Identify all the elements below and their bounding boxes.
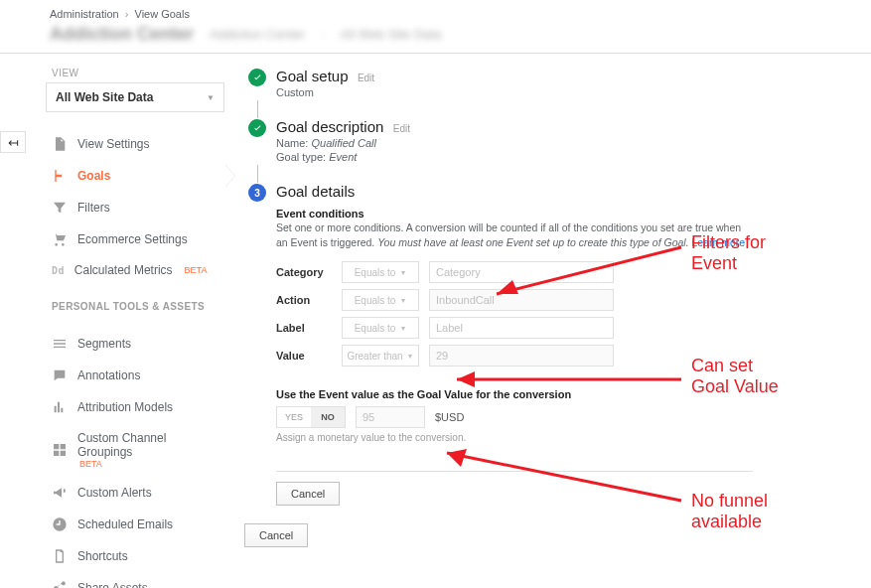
segments-icon (52, 336, 68, 352)
file-icon (52, 136, 68, 152)
step-details-title: Goal details (276, 183, 355, 200)
sidebar-item-label: Ecommerce Settings (77, 232, 188, 246)
breadcrumb: Administration › View Goals (0, 0, 871, 22)
sidebar-item-ecommerce[interactable]: Ecommerce Settings (46, 223, 224, 255)
sidebar-item-segments[interactable]: Segments (46, 328, 224, 360)
sidebar-section-header: PERSONAL TOOLS & ASSETS (52, 301, 224, 312)
sidebar-item-label: Segments (77, 337, 131, 351)
cond-label: Label (276, 322, 332, 334)
sidebar-item-custom-alerts[interactable]: Custom Alerts (46, 477, 224, 509)
sidebar-item-label: View Settings (77, 137, 150, 151)
step-desc-edit[interactable]: Edit (393, 123, 410, 134)
sidebar-item-goals[interactable]: Goals (46, 160, 224, 192)
goal-value-heading: Use the Event value as the Goal Value fo… (276, 388, 861, 400)
toggle-no[interactable]: NO (311, 407, 345, 427)
sidebar-item-filters[interactable]: Filters (46, 192, 224, 223)
cart-icon (52, 231, 68, 247)
beta-badge: BETA (79, 459, 218, 469)
main-content: Goal setup Edit Custom Goal description … (224, 54, 871, 547)
sidebar: VIEW All Web Site Data ▼ View Settings G… (38, 54, 224, 588)
chevron-down-icon: ▼ (399, 297, 406, 304)
funnel-icon (52, 200, 68, 216)
goal-value-toggle[interactable]: YES NO (276, 406, 346, 428)
chevron-down-icon: ▼ (399, 269, 406, 276)
cond-operator[interactable]: Equals to▼ (342, 317, 419, 339)
sidebar-item-label: Goals (77, 169, 110, 183)
chevron-down-icon: ▼ (399, 325, 406, 332)
step-desc-type: Goal type: Event (276, 151, 861, 163)
step-setup-title: Goal setup (276, 68, 349, 84)
cond-value-input[interactable] (429, 289, 614, 311)
cond-label: Category (276, 266, 332, 278)
speech-icon (52, 368, 68, 383)
sidebar-item-view-settings[interactable]: View Settings (46, 128, 224, 160)
cond-operator[interactable]: Equals to▼ (342, 261, 419, 283)
step-desc-title: Goal description (276, 118, 383, 135)
currency-label: $USD (435, 411, 464, 423)
sidebar-item-scheduled-emails[interactable]: Scheduled Emails (46, 509, 224, 540)
cond-operator[interactable]: Greater than▼ (342, 345, 419, 367)
chevron-down-icon: ▼ (207, 93, 215, 102)
check-icon (248, 119, 266, 137)
doc-icon (52, 548, 68, 564)
cond-value-input[interactable] (429, 261, 614, 283)
chevron-down-icon: ▼ (407, 353, 414, 360)
header-redacted: Addiction Center Addiction Center · All … (0, 22, 871, 53)
cond-label: Action (276, 294, 332, 306)
step-number-badge: 3 (248, 184, 266, 202)
view-label: VIEW (52, 68, 224, 78)
cond-row-category: Category Equals to▼ (276, 261, 614, 283)
step-setup-sub: Custom (276, 86, 861, 98)
sidebar-item-label: Attribution Models (77, 400, 173, 414)
sidebar-item-label: Filters (77, 201, 110, 215)
back-button[interactable]: ↤ (0, 131, 26, 153)
sidebar-item-attribution[interactable]: Attribution Models (46, 391, 224, 423)
calc-icon: Dd (52, 265, 65, 276)
cond-operator[interactable]: Equals to▼ (342, 289, 419, 311)
event-conditions-heading: Event conditions (276, 208, 861, 220)
back-arrow-icon: ↤ (8, 135, 19, 150)
sidebar-item-label: Custom Channel Groupings (77, 431, 218, 459)
megaphone-icon (52, 485, 68, 501)
step-desc-name: Name: Qualified Call (276, 137, 861, 149)
sidebar-item-label: Custom Alerts (77, 486, 152, 500)
bars-icon (52, 399, 68, 415)
breadcrumb-sep: › (125, 8, 129, 20)
event-conditions-text: Set one or more conditions. A conversion… (276, 220, 753, 249)
cond-row-action: Action Equals to▼ (276, 289, 614, 311)
sidebar-item-channel-groupings[interactable]: Custom Channel Groupings BETA (46, 423, 224, 477)
sidebar-item-share-assets[interactable]: Share Assets (46, 572, 224, 588)
goal-value-input[interactable] (356, 406, 425, 428)
cond-label: Value (276, 350, 332, 362)
cond-row-value: Value Greater than▼ (276, 345, 614, 367)
view-selector[interactable]: All Web Site Data ▼ (46, 82, 224, 112)
learn-more-link[interactable]: Learn more (692, 236, 746, 248)
clock-icon (52, 516, 68, 532)
cond-value-input[interactable] (429, 345, 614, 367)
sidebar-item-label: Annotations (77, 368, 140, 382)
cancel-button-inner[interactable]: Cancel (276, 482, 340, 506)
flag-icon (52, 168, 68, 184)
sidebar-item-label: Calculated Metrics (74, 263, 173, 277)
check-icon (248, 69, 266, 86)
sidebar-item-calculated-metrics[interactable]: Dd Calculated Metrics BETA (46, 255, 224, 285)
sidebar-item-label: Share Assets (77, 581, 148, 588)
step-setup-edit[interactable]: Edit (358, 73, 374, 83)
cond-row-label: Label Equals to▼ (276, 317, 614, 339)
breadcrumb-current: View Goals (135, 8, 190, 20)
view-selector-value: All Web Site Data (56, 90, 153, 104)
sidebar-item-annotations[interactable]: Annotations (46, 360, 224, 391)
beta-badge: BETA (185, 265, 208, 275)
cond-value-input[interactable] (429, 317, 614, 339)
share-icon (52, 580, 68, 588)
sidebar-item-label: Scheduled Emails (77, 517, 173, 531)
goal-value-hint: Assign a monetary value to the conversio… (276, 432, 861, 443)
breadcrumb-admin[interactable]: Administration (50, 8, 119, 20)
toggle-yes[interactable]: YES (277, 407, 311, 427)
sidebar-item-shortcuts[interactable]: Shortcuts (46, 540, 224, 572)
grid-icon (52, 442, 68, 458)
sidebar-item-label: Shortcuts (77, 549, 128, 563)
cancel-button-outer[interactable]: Cancel (244, 523, 308, 547)
